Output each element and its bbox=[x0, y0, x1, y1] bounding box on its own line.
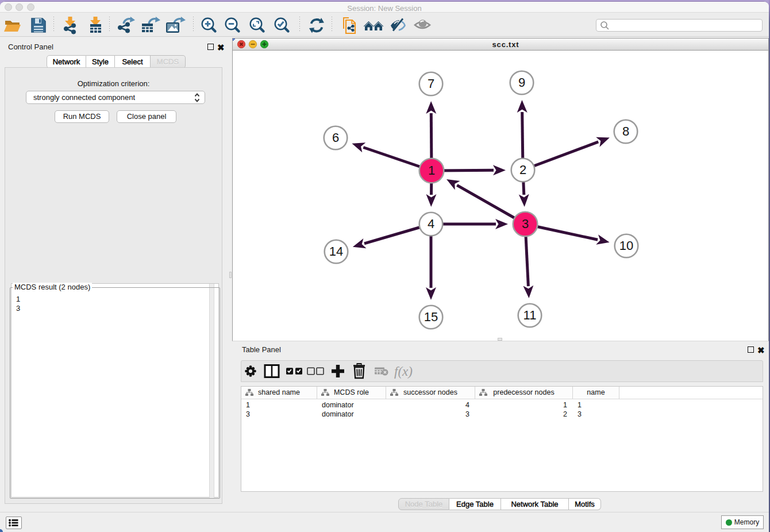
svg-text:9: 9 bbox=[518, 75, 525, 90]
svg-text:8: 8 bbox=[622, 124, 629, 138]
svg-text:1: 1 bbox=[428, 163, 435, 178]
svg-text:14: 14 bbox=[329, 244, 343, 259]
svg-text:11: 11 bbox=[523, 308, 537, 322]
svg-text:15: 15 bbox=[424, 310, 438, 324]
svg-text:7: 7 bbox=[428, 76, 434, 91]
svg-text:6: 6 bbox=[332, 130, 339, 145]
svg-text:2: 2 bbox=[519, 163, 526, 177]
svg-text:4: 4 bbox=[428, 217, 434, 231]
svg-text:f(x): f(x) bbox=[394, 364, 413, 379]
svg-text:3: 3 bbox=[522, 217, 529, 231]
svg-text:10: 10 bbox=[619, 238, 633, 253]
